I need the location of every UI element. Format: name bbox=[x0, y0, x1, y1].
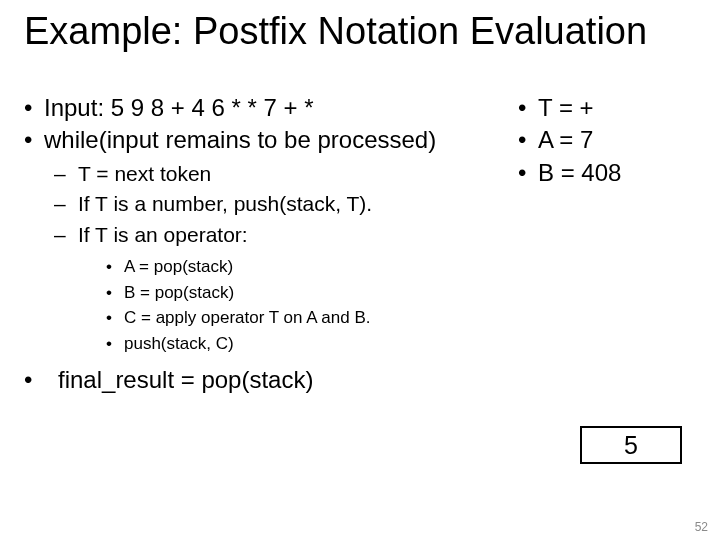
while-sublist: T = next token If T is a number, push(st… bbox=[44, 159, 494, 356]
op-a: A = pop(stack) bbox=[106, 254, 494, 280]
left-column: Input: 5 9 8 + 4 6 * * 7 + * while(input… bbox=[24, 92, 494, 396]
op-b: B = pop(stack) bbox=[106, 280, 494, 306]
right-column: T = + A = 7 B = 408 bbox=[518, 92, 698, 189]
while-line: while(input remains to be processed) T =… bbox=[24, 124, 494, 356]
operator-steps: A = pop(stack) B = pop(stack) C = apply … bbox=[78, 254, 494, 356]
op-c: C = apply operator T on A and B. bbox=[106, 305, 494, 331]
if-operator: If T is an operator: A = pop(stack) B = … bbox=[54, 220, 494, 356]
stack-cell: 5 bbox=[580, 426, 682, 464]
final-list: final_result = pop(stack) bbox=[24, 364, 494, 396]
state-list: T = + A = 7 B = 408 bbox=[518, 92, 698, 189]
t-next-token: T = next token bbox=[54, 159, 494, 189]
input-line: Input: 5 9 8 + 4 6 * * 7 + * bbox=[24, 92, 494, 124]
op-d: push(stack, C) bbox=[106, 331, 494, 357]
if-number: If T is a number, push(stack, T). bbox=[54, 189, 494, 219]
if-operator-text: If T is an operator: bbox=[78, 223, 248, 246]
state-b: B = 408 bbox=[518, 157, 698, 189]
state-t: T = + bbox=[518, 92, 698, 124]
final-result: final_result = pop(stack) bbox=[24, 364, 494, 396]
state-a: A = 7 bbox=[518, 124, 698, 156]
slide: Example: Postfix Notation Evaluation Inp… bbox=[0, 0, 720, 540]
while-text: while(input remains to be processed) bbox=[44, 126, 436, 153]
main-list: Input: 5 9 8 + 4 6 * * 7 + * while(input… bbox=[24, 92, 494, 356]
page-number: 52 bbox=[695, 520, 708, 534]
slide-title: Example: Postfix Notation Evaluation bbox=[24, 10, 647, 53]
